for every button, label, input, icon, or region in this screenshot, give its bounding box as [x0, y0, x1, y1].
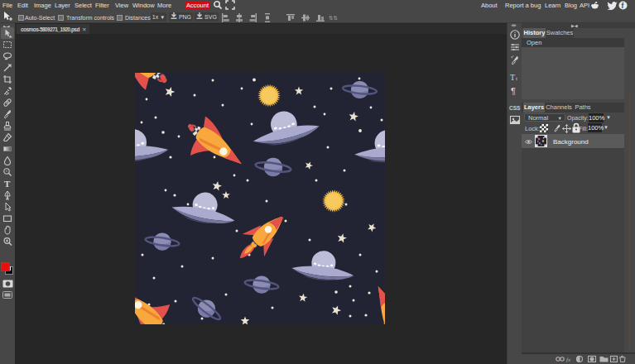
svg-text:fx: fx — [566, 357, 571, 363]
svg-text:T: T — [4, 179, 11, 189]
svg-text:T: T — [510, 73, 515, 82]
svg-text:CSS: CSS — [509, 105, 521, 111]
svg-text:f: f — [622, 2, 624, 10]
svg-text:¶: ¶ — [511, 86, 516, 96]
svg-text:t: t — [516, 75, 517, 82]
